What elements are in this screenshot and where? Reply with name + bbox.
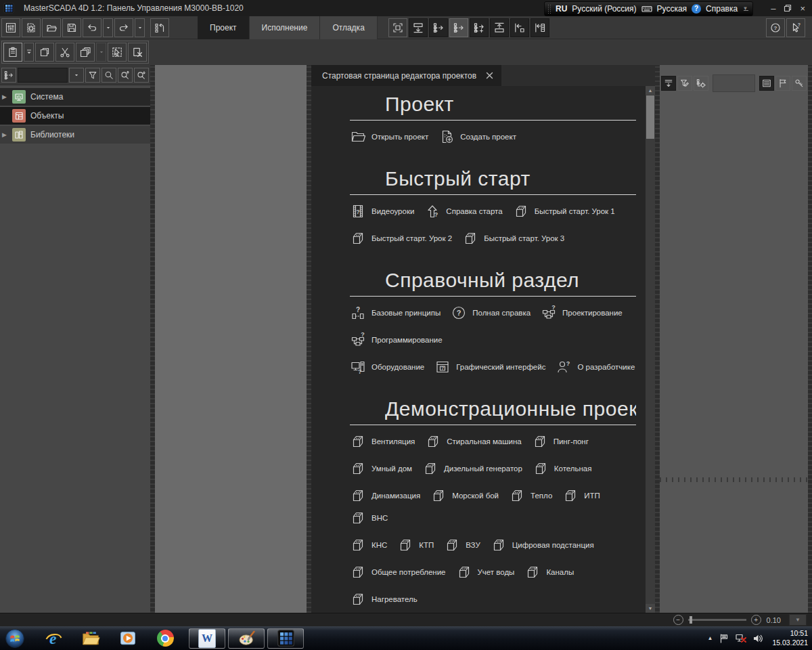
help-item[interactable]: Базовые принципы	[350, 304, 441, 322]
taskbar-item-explorer[interactable]	[80, 628, 102, 649]
demo-project-item[interactable]: Каналы	[524, 563, 574, 581]
dock-left-list-button[interactable]	[531, 18, 549, 37]
demo-project-item[interactable]: Дизельный генератор	[422, 460, 522, 477]
tab-debug[interactable]: Отладка	[320, 16, 377, 39]
language-bar[interactable]: RU Русский (Россия) Русская ? Справка ▾	[544, 1, 753, 16]
create-project-item[interactable]: Создать проект	[438, 128, 516, 146]
taskbar-item-wmp[interactable]	[117, 628, 139, 649]
splitter-mid[interactable]	[307, 65, 311, 613]
taskbar-clock[interactable]: 10:51 15.03.2021	[772, 629, 808, 647]
demo-project-item[interactable]: Котельная	[533, 460, 592, 477]
tab-project[interactable]: Проект	[198, 16, 250, 39]
help-item[interactable]: О разработчике	[556, 358, 635, 376]
demo-project-item[interactable]: Нагреватель	[350, 590, 418, 608]
tree-panel-add-button[interactable]	[470, 18, 489, 37]
quickstart-item[interactable]: Видеоуроки	[350, 202, 414, 220]
redo-button[interactable]	[114, 18, 133, 37]
list-view-button[interactable]	[759, 76, 774, 91]
keyboard-layout[interactable]: Русская	[657, 4, 687, 14]
undo-dropdown[interactable]	[103, 18, 113, 37]
search-button[interactable]	[102, 68, 116, 83]
demo-project-item[interactable]: КНС	[350, 536, 387, 554]
filter-button[interactable]	[85, 68, 100, 83]
help-item[interactable]: Графический интерфейс	[434, 358, 545, 376]
demo-project-item[interactable]: ВНС	[350, 509, 388, 527]
dock-top-button[interactable]	[490, 18, 509, 37]
tree-panel-button[interactable]	[429, 18, 448, 37]
scrollbar-thumb[interactable]	[646, 95, 654, 139]
cut-button[interactable]	[55, 43, 74, 62]
combobox-dropdown[interactable]	[69, 68, 84, 83]
tab-runtime[interactable]: Исполнение	[250, 16, 321, 39]
language-name[interactable]: Русский (Россия)	[572, 4, 636, 14]
taskbar-item-word[interactable]: W	[189, 628, 225, 649]
help-item[interactable]: Полная справка	[451, 304, 531, 322]
language-code[interactable]: RU	[556, 4, 567, 14]
taskbar-item-chrome[interactable]	[154, 628, 176, 649]
context-help-button[interactable]	[786, 18, 805, 37]
undo-button[interactable]	[83, 18, 102, 37]
demo-project-item[interactable]: Тепло	[509, 487, 552, 504]
zoom-out-button[interactable]: −	[673, 615, 683, 625]
help-item[interactable]: Оборудование	[350, 358, 424, 376]
demo-project-item[interactable]: Пинг-понг	[532, 433, 589, 450]
tree-panel-button-2[interactable]	[449, 18, 468, 37]
dock-bottom-button[interactable]	[409, 18, 428, 37]
splitter-right[interactable]	[655, 65, 660, 613]
demo-project-item[interactable]: ИТП	[562, 487, 600, 504]
flag-button[interactable]	[775, 76, 790, 91]
zoom-dropdown[interactable]: ▼	[789, 614, 807, 626]
quickstart-item[interactable]: Быстрый старт. Урок 2	[350, 230, 452, 247]
project-settings-button[interactable]	[22, 18, 41, 37]
splitter-left[interactable]	[150, 65, 155, 613]
tree-settings-button[interactable]	[694, 76, 708, 91]
open-project-item[interactable]: Открыть проект	[350, 128, 428, 146]
tree-filter-combobox[interactable]	[18, 68, 68, 83]
panel-settings-button[interactable]	[1, 18, 20, 37]
select-button[interactable]	[108, 43, 127, 62]
quickstart-item[interactable]: Быстрый старт. Урок 1	[513, 202, 615, 220]
zoom-in-button[interactable]: +	[751, 615, 761, 625]
key-button[interactable]	[792, 76, 807, 91]
taskbar-item-masterscada[interactable]	[267, 628, 304, 649]
splitter-edge[interactable]	[808, 65, 812, 613]
close-tab-icon[interactable]	[486, 72, 493, 79]
demo-project-item[interactable]: КТП	[397, 536, 434, 554]
dock-left-button[interactable]	[510, 18, 529, 37]
vertical-scrollbar[interactable]: ▲ ▼	[646, 86, 655, 613]
sidebar-item-system[interactable]: ▶ Система	[0, 88, 150, 106]
langbar-grip[interactable]	[547, 4, 551, 14]
start-page-tab[interactable]: Стартовая страница редактора проектов	[311, 65, 501, 86]
horizontal-splitter[interactable]	[660, 477, 808, 482]
demo-project-item[interactable]: Стиральная машина	[425, 433, 521, 450]
open-button[interactable]	[42, 18, 61, 37]
help-item[interactable]: Программирование	[350, 331, 443, 349]
demo-project-item[interactable]: Умный дом	[350, 460, 412, 477]
copy-button[interactable]	[35, 43, 54, 62]
tray-show-hidden-icon[interactable]: ▲	[708, 635, 713, 641]
right-panel-field[interactable]	[713, 74, 755, 92]
start-button[interactable]	[4, 628, 26, 649]
demo-project-item[interactable]: Цифровая подстанция	[491, 536, 594, 554]
zoom-slider[interactable]	[688, 619, 746, 621]
tree-sync-button[interactable]	[1, 68, 16, 83]
taskbar-item-paint[interactable]	[228, 628, 265, 649]
zoom-slider-handle[interactable]	[690, 616, 692, 624]
quickstart-item[interactable]: Быстрый старт. Урок 3	[462, 230, 564, 247]
network-disconnected-icon[interactable]	[736, 633, 746, 644]
filter-edit-button[interactable]	[677, 76, 692, 91]
restore-button[interactable]	[784, 4, 792, 12]
demo-project-item[interactable]: Учет воды	[456, 563, 515, 581]
expander-icon[interactable]: ▶	[2, 93, 7, 100]
paste-dropdown[interactable]	[24, 43, 34, 62]
demo-project-item[interactable]: Общее потребление	[350, 563, 446, 581]
demo-project-item[interactable]: Вентиляция	[350, 433, 415, 450]
redo-dropdown[interactable]	[135, 18, 145, 37]
help-button[interactable]	[766, 18, 785, 37]
search-next-button[interactable]	[134, 68, 149, 83]
quickstart-item[interactable]: Справка старта	[424, 202, 502, 220]
delete-button[interactable]	[128, 43, 147, 62]
fit-frame-button[interactable]	[388, 18, 407, 37]
scroll-up-button[interactable]: ▲	[646, 86, 655, 95]
duplicate-button[interactable]	[76, 43, 95, 62]
